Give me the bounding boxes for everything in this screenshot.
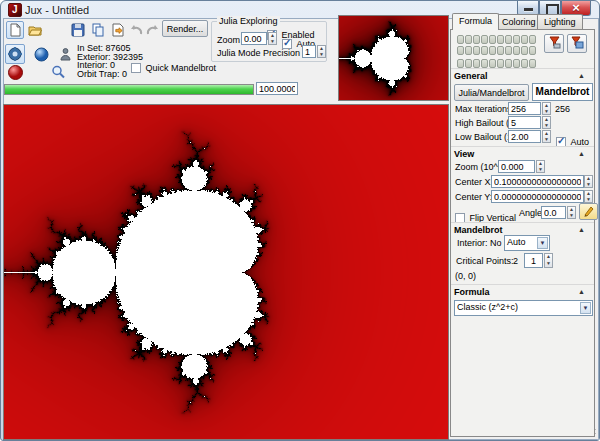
- interior-mode-dropdown[interactable]: Auto ▼: [504, 235, 550, 251]
- center-y-spinner[interactable]: ▲▼: [584, 190, 593, 203]
- info-button[interactable]: [57, 44, 73, 64]
- max-iterations-input[interactable]: [508, 102, 541, 115]
- copy-button[interactable]: [89, 21, 107, 39]
- formula-preset-button[interactable]: [529, 59, 536, 68]
- render-button[interactable]: Render...: [162, 20, 208, 37]
- view-zoom-input[interactable]: [498, 160, 535, 173]
- formula-preset-button[interactable]: [457, 46, 464, 55]
- formula-preset-button[interactable]: [513, 46, 520, 55]
- section-header-mandelbrot[interactable]: Mandelbrot▲: [451, 222, 594, 236]
- formula-preset-button[interactable]: [521, 46, 528, 55]
- tab-lighting[interactable]: Lighting: [537, 14, 583, 30]
- new-button[interactable]: [6, 21, 24, 39]
- undo-button[interactable]: [129, 21, 144, 39]
- mode-value-box: Mandelbrot: [532, 83, 593, 101]
- angle-label: Angle: [519, 208, 542, 218]
- center-y-label: Center Y:: [455, 192, 492, 202]
- new-document-icon: [8, 23, 22, 37]
- formula-preset-button[interactable]: [481, 46, 488, 55]
- export-image-button[interactable]: [109, 21, 127, 39]
- formula-preset-button[interactable]: [473, 46, 480, 55]
- formula-preset-button[interactable]: [473, 35, 480, 44]
- max-iterations-extra: 256: [555, 104, 570, 114]
- mandelbrot-main-canvas[interactable]: [4, 105, 448, 439]
- formula-preset-button[interactable]: [481, 59, 488, 68]
- blank-button[interactable]: [46, 21, 64, 39]
- formula-preset-button[interactable]: [457, 59, 464, 68]
- julia-zoom-input[interactable]: [241, 32, 267, 45]
- low-bailout-input[interactable]: [508, 130, 541, 143]
- formula-preset-button[interactable]: [497, 35, 504, 44]
- julia-mandelbrot-toggle-button[interactable]: Julia/Mandelbrot: [454, 84, 529, 101]
- formula-preset-button[interactable]: [521, 59, 528, 68]
- apply-formula-button[interactable]: [544, 34, 564, 53]
- low-bailout-spinner[interactable]: ▲▼: [542, 130, 551, 143]
- formula-preset-button[interactable]: [465, 46, 472, 55]
- quick-mandelbrot-checkbox[interactable]: Quick Mandelbrot: [131, 57, 216, 75]
- formula-preset-button[interactable]: [489, 35, 496, 44]
- formula-preset-button[interactable]: [465, 59, 472, 68]
- angle-spinner[interactable]: ▲▼: [567, 206, 576, 219]
- julia-precision-spinner[interactable]: ▲▼: [317, 45, 326, 58]
- high-bailout-input[interactable]: [508, 116, 541, 129]
- formula-preset-button[interactable]: [529, 46, 536, 55]
- critical-points-label: Critical Points:: [456, 256, 514, 266]
- chevron-down-icon[interactable]: ▼: [537, 237, 548, 249]
- center-y-input[interactable]: [491, 190, 584, 203]
- julia-precision-input[interactable]: [302, 45, 316, 58]
- collapse-arrow-icon[interactable]: ▲: [578, 150, 585, 157]
- collapse-arrow-icon[interactable]: ▲: [578, 72, 585, 79]
- help-button[interactable]: [31, 44, 51, 64]
- view-zoom-spinner[interactable]: ▲▼: [536, 160, 545, 173]
- rotate-brush-button[interactable]: [579, 203, 598, 220]
- redo-arrow-icon: [146, 24, 159, 36]
- chevron-down-icon[interactable]: ▼: [580, 302, 591, 314]
- formula-preset-button[interactable]: [473, 59, 480, 68]
- formula-preset-button[interactable]: [505, 46, 512, 55]
- section-header-formula[interactable]: Formula▲: [451, 284, 594, 298]
- critical-point-spinner[interactable]: ▲▼: [544, 253, 553, 268]
- julia-zoom-spinner[interactable]: ▲▼: [268, 32, 277, 45]
- formula-preset-button[interactable]: [497, 46, 504, 55]
- checkbox-box[interactable]: [131, 63, 141, 73]
- julia-zoom-label: Zoom: [217, 35, 240, 45]
- open-button[interactable]: [26, 21, 44, 39]
- formula-preset-button[interactable]: [465, 35, 472, 44]
- collapse-arrow-icon[interactable]: ▲: [578, 288, 585, 295]
- section-header-general[interactable]: General▲: [451, 68, 594, 82]
- interior-mode-value: Auto: [507, 237, 526, 247]
- critical-point-value: (0, 0): [455, 271, 476, 281]
- julia-preview-frame: [338, 15, 449, 101]
- zoom-tool-button[interactable]: [48, 62, 67, 81]
- formula-preset-button[interactable]: [513, 59, 520, 68]
- formula-preset-button[interactable]: [513, 35, 520, 44]
- funnel-red-icon: [548, 35, 561, 53]
- high-bailout-spinner[interactable]: ▲▼: [542, 116, 551, 129]
- stop-button[interactable]: [6, 63, 25, 82]
- collapse-arrow-icon[interactable]: ▲: [578, 226, 585, 233]
- angle-input[interactable]: [541, 206, 566, 219]
- settings-button[interactable]: [5, 44, 25, 64]
- gear-icon: [8, 47, 22, 61]
- save-button[interactable]: [69, 21, 87, 39]
- critical-point-index-input[interactable]: [524, 253, 543, 268]
- tab-coloring[interactable]: Coloring: [495, 14, 543, 30]
- formula-preset-button[interactable]: [497, 59, 504, 68]
- formula-dropdown[interactable]: Classic (z^2+c) ▼: [454, 300, 593, 316]
- formula-preset-button[interactable]: [481, 35, 488, 44]
- formula-image-button[interactable]: [567, 34, 587, 53]
- center-x-spinner[interactable]: ▲▼: [584, 175, 593, 188]
- formula-preset-button[interactable]: [505, 35, 512, 44]
- center-x-input[interactable]: [491, 175, 584, 188]
- redo-button[interactable]: [145, 21, 160, 39]
- tab-formula[interactable]: Formula: [452, 13, 499, 30]
- formula-preset-button[interactable]: [457, 35, 464, 44]
- section-header-view[interactable]: View▲: [451, 146, 594, 160]
- formula-preset-button[interactable]: [521, 35, 528, 44]
- mandelbrot-preview-canvas[interactable]: [339, 16, 448, 100]
- max-iterations-spinner[interactable]: ▲▼: [542, 102, 551, 115]
- formula-preset-button[interactable]: [505, 59, 512, 68]
- formula-preset-button[interactable]: [529, 35, 536, 44]
- formula-preset-button[interactable]: [489, 59, 496, 68]
- formula-preset-button[interactable]: [489, 46, 496, 55]
